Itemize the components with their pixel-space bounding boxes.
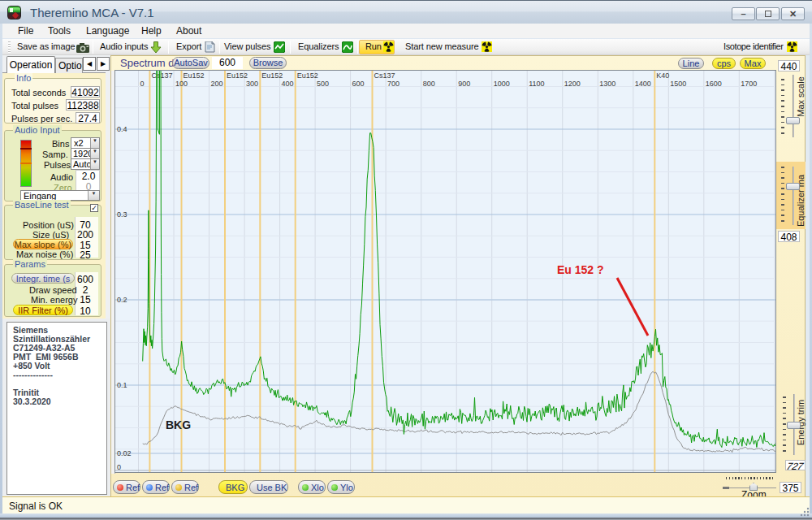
svg-text:400: 400 <box>282 80 294 88</box>
svg-text:Eu152: Eu152 <box>297 72 318 80</box>
svg-text:1400: 1400 <box>635 80 651 88</box>
svg-text:1500: 1500 <box>670 80 686 88</box>
svg-text:900: 900 <box>458 80 470 88</box>
svg-text:0.3: 0.3 <box>117 210 127 219</box>
svg-text:0.4: 0.4 <box>117 125 127 133</box>
svg-text:0.1: 0.1 <box>117 381 127 389</box>
svg-text:0.02: 0.02 <box>117 449 132 457</box>
svg-text:1100: 1100 <box>529 80 544 88</box>
svg-text:Eu152: Eu152 <box>261 72 283 80</box>
svg-text:BKG: BKG <box>166 418 191 431</box>
svg-text:0.2: 0.2 <box>117 296 127 304</box>
svg-text:Cs137: Cs137 <box>151 72 172 80</box>
svg-text:0: 0 <box>117 463 121 471</box>
svg-text:1200: 1200 <box>564 80 581 88</box>
svg-text:1600: 1600 <box>706 80 722 88</box>
svg-text:700: 700 <box>387 80 400 88</box>
svg-text:Eu152: Eu152 <box>227 72 248 80</box>
svg-text:Eu 152 ?: Eu 152 ? <box>557 263 604 276</box>
svg-text:1000: 1000 <box>494 80 510 88</box>
svg-text:Eu152: Eu152 <box>184 72 205 80</box>
svg-text:0: 0 <box>140 80 145 88</box>
svg-text:300: 300 <box>246 80 258 88</box>
svg-text:600: 600 <box>352 80 365 88</box>
svg-text:200: 200 <box>211 80 223 88</box>
svg-text:500: 500 <box>317 80 329 88</box>
svg-text:Cs137: Cs137 <box>374 72 395 80</box>
svg-text:1300: 1300 <box>599 80 615 88</box>
svg-text:1700: 1700 <box>741 80 757 88</box>
svg-text:100: 100 <box>175 80 188 88</box>
svg-text:800: 800 <box>423 80 435 88</box>
svg-text:K40: K40 <box>656 72 669 80</box>
